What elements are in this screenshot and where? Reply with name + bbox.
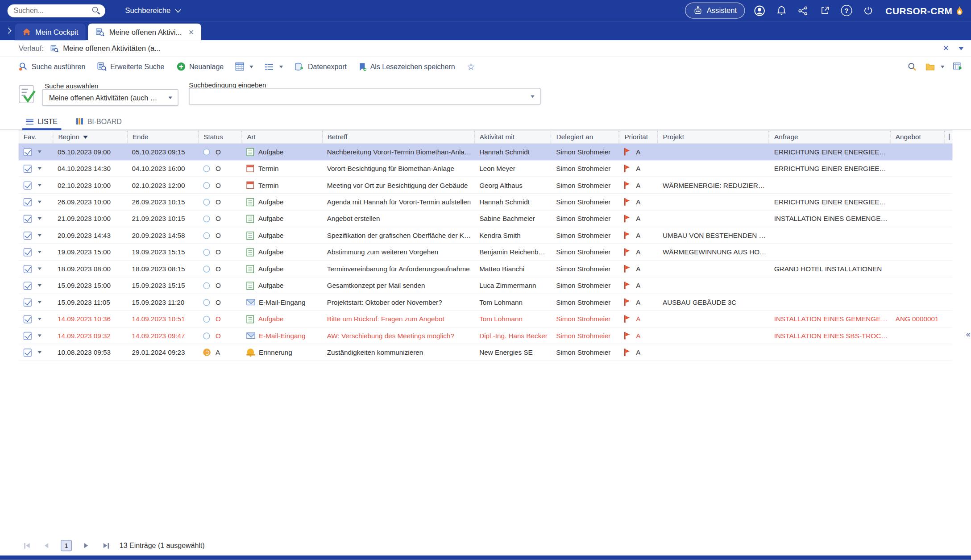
search-settings-button[interactable] (907, 62, 917, 71)
open-external-button[interactable] (818, 4, 832, 17)
open-search-folder-button[interactable] (925, 63, 944, 71)
save-bookmark-button[interactable]: Als Lesezeichen speichern (358, 62, 455, 71)
col-header-status[interactable]: Status (198, 131, 241, 143)
aktivitaet-mit-cell: New Energies SE (474, 344, 551, 361)
assistant-button[interactable]: Assistent (685, 3, 745, 19)
user-button[interactable] (753, 4, 767, 17)
close-icon[interactable] (189, 28, 194, 36)
toolbar-right (907, 62, 963, 71)
tab-liste[interactable]: LISTE (26, 118, 58, 129)
row-expand-caret[interactable] (38, 150, 41, 153)
run-search-button[interactable]: Suche ausführen (19, 62, 86, 71)
table-row[interactable]: 15.09.2023 11:05 15.09.2023 11:20 O E-Ma… (19, 294, 953, 311)
table-row[interactable]: 20.09.2023 14:43 20.09.2023 14:58 O Aufg… (19, 227, 953, 244)
art-cell: Aufgabe (241, 244, 322, 260)
col-header-projekt[interactable]: Projekt (657, 131, 769, 143)
row-checkbox[interactable] (24, 231, 32, 239)
advanced-search-button[interactable]: Erweiterte Suche (97, 62, 165, 71)
row-expand-caret[interactable] (38, 184, 41, 187)
grid-view-button[interactable] (236, 62, 253, 71)
col-header-betreff[interactable]: Betreff (322, 131, 474, 143)
table-import-button[interactable] (953, 62, 963, 71)
beginn-cell: 10.08.2023 09:53 (53, 344, 127, 361)
last-page-button[interactable] (100, 540, 112, 551)
table-row[interactable]: 21.09.2023 10:00 21.09.2023 10:15 O Aufg… (19, 211, 953, 227)
chevron-down-icon[interactable] (959, 47, 963, 50)
row-checkbox[interactable] (24, 298, 32, 306)
current-page[interactable]: 1 (61, 540, 72, 551)
tab-meine-offenen-aktivitaeten[interactable]: Meine offenen Aktivi... (88, 24, 201, 40)
notifications-button[interactable] (775, 4, 788, 17)
app-logo: CURSOR-CRM (885, 5, 963, 16)
ende-cell: 26.09.2023 10:15 (127, 194, 198, 210)
row-checkbox[interactable] (24, 348, 32, 357)
next-page-button[interactable] (80, 540, 91, 551)
row-expand-caret[interactable] (38, 234, 41, 237)
row-expand-caret[interactable] (38, 351, 41, 354)
tab-bi-board[interactable]: BI-BOARD (76, 118, 122, 129)
list-view-button[interactable] (265, 63, 283, 71)
row-checkbox[interactable] (24, 164, 32, 172)
row-expand-caret[interactable] (38, 201, 41, 203)
row-checkbox[interactable] (24, 148, 32, 156)
table-row[interactable]: 15.09.2023 15:00 15.09.2023 15:15 O Aufg… (19, 278, 953, 294)
table-row[interactable]: 02.10.2023 10:00 02.10.2023 12:00 O Term… (19, 177, 953, 194)
star-icon[interactable] (467, 62, 475, 71)
history-entry[interactable]: Meine offenen Aktivitäten (a... (50, 44, 161, 53)
col-header-delegiert-an[interactable]: Delegiert an (551, 131, 619, 143)
col-header-anfrage[interactable]: Anfrage (769, 131, 890, 143)
row-checkbox[interactable] (24, 181, 32, 189)
projekt-cell: UMBAU VON BESTEHENDEN KUGELM... (658, 227, 769, 243)
table-row[interactable]: 26.09.2023 10:00 26.09.2023 10:15 O Aufg… (19, 194, 953, 210)
search-scope-dropdown[interactable]: Suchbereiche (125, 6, 180, 15)
table-row[interactable]: 04.10.2023 14:30 04.10.2023 16:00 O Term… (19, 160, 953, 177)
row-expand-caret[interactable] (38, 318, 41, 320)
col-header-angebot[interactable]: Angebot (890, 131, 944, 143)
row-checkbox[interactable] (24, 198, 32, 206)
row-checkbox[interactable] (24, 248, 32, 256)
logout-button[interactable] (861, 4, 875, 17)
collapse-panel-button[interactable]: « (966, 329, 971, 339)
select-search-dropdown[interactable]: Meine offenen Aktivitäten (auch Besp... (42, 89, 178, 106)
row-checkbox[interactable] (24, 282, 32, 290)
search-icon[interactable] (92, 7, 100, 15)
search-settings-icon (907, 62, 917, 71)
table-row[interactable]: 10.08.2023 09:53 29.01.2024 09:23 A Erin… (19, 344, 953, 361)
data-export-button[interactable]: Datenexport (295, 62, 347, 71)
first-page-button[interactable] (21, 540, 32, 551)
table-row[interactable]: 05.10.2023 09:00 05.10.2023 09:15 O Aufg… (19, 144, 953, 160)
table-row[interactable]: 14.09.2023 09:32 14.09.2023 09:47 O E-Ma… (19, 328, 953, 344)
new-record-button[interactable]: Neuanlage (176, 62, 224, 71)
table-row[interactable]: 19.09.2023 15:00 19.09.2023 15:15 O Aufg… (19, 244, 953, 261)
row-checkbox[interactable] (24, 215, 32, 223)
row-checkbox[interactable] (24, 315, 32, 323)
column-settings-button[interactable] (944, 131, 952, 143)
fav-cell (19, 211, 53, 227)
col-header-prioritaet[interactable]: Priorität (619, 131, 657, 143)
row-expand-caret[interactable] (38, 301, 41, 303)
row-expand-caret[interactable] (38, 217, 41, 220)
col-header-ende[interactable]: Ende (127, 131, 198, 143)
col-header-beginn[interactable]: Beginn (53, 131, 127, 143)
share-button[interactable] (796, 4, 810, 17)
row-expand-caret[interactable] (38, 284, 41, 287)
table-row[interactable]: 14.09.2023 10:36 14.09.2023 10:51 O Aufg… (19, 311, 953, 328)
close-icon[interactable] (943, 43, 949, 53)
sidebar-expand-button[interactable] (3, 22, 14, 38)
row-expand-caret[interactable] (38, 268, 41, 270)
col-header-art[interactable]: Art (241, 131, 322, 143)
help-button[interactable] (840, 4, 854, 17)
col-header-aktivitaet-mit[interactable]: Aktivität mit (474, 131, 551, 143)
search-input[interactable] (8, 4, 105, 17)
search-condition-dropdown[interactable] (189, 88, 540, 104)
prev-page-button[interactable] (41, 540, 52, 551)
row-expand-caret[interactable] (38, 167, 41, 170)
row-expand-caret[interactable] (38, 334, 41, 337)
col-header-fav[interactable]: Fav. (19, 131, 53, 143)
row-checkbox[interactable] (24, 332, 32, 340)
tab-mein-cockpit[interactable]: Mein Cockpit (15, 24, 86, 40)
table-row[interactable]: 18.09.2023 08:00 18.09.2023 08:15 O Aufg… (19, 261, 953, 277)
global-search[interactable] (8, 4, 105, 17)
row-checkbox[interactable] (24, 265, 32, 273)
row-expand-caret[interactable] (38, 251, 41, 253)
